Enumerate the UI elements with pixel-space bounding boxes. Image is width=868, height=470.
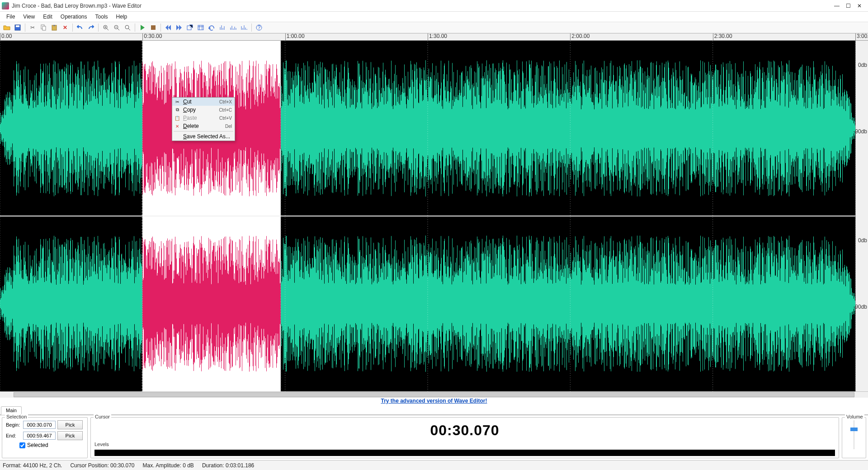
copy-icon[interactable]	[38, 23, 48, 33]
menu-view[interactable]: View	[19, 13, 38, 21]
zoom-in-icon[interactable]	[101, 23, 111, 33]
menu-operations[interactable]: Operations	[57, 13, 91, 21]
levels-label: Levels	[94, 442, 835, 447]
delete-icon[interactable]: ✕	[60, 23, 70, 33]
panel-tabs: Main	[0, 406, 868, 415]
status-maxamp: Max. Amplitude: 0 dB	[142, 462, 193, 469]
close-button[interactable]: ✕	[857, 3, 862, 9]
waveform-area[interactable]: ✂ Cut Ctrl+X ⧉ Copy Ctrl+C 📋 Paste Ctrl+…	[0, 41, 868, 391]
window-title: Jim Croce - Bad, Bad Leroy Brown.mp3 - W…	[12, 3, 834, 9]
cursor-group: Cursor 00:30.070 Levels	[90, 417, 839, 458]
context-menu: ✂ Cut Ctrl+X ⧉ Copy Ctrl+C 📋 Paste Ctrl+…	[172, 97, 235, 141]
play-icon[interactable]	[137, 23, 147, 33]
toolbar: ✂ ✕ ?	[0, 22, 868, 33]
selection-legend: Selection	[5, 414, 28, 419]
paste-small-icon: 📋	[174, 116, 180, 121]
promo-bar: Try the advanced version of Wave Editor!	[0, 398, 868, 406]
paste-icon[interactable]	[49, 23, 59, 33]
end-input[interactable]	[23, 432, 56, 440]
menu-edit[interactable]: Edit	[39, 13, 56, 21]
undo-icon[interactable]	[75, 23, 85, 33]
zoom-out-icon[interactable]	[112, 23, 122, 33]
bars-b-icon[interactable]	[239, 23, 249, 33]
external-icon[interactable]	[185, 23, 195, 33]
begin-label: Begin:	[6, 422, 21, 428]
time-ruler[interactable]: 0.000:30.001:00.001:30.002:00.002:30.003…	[0, 33, 868, 41]
begin-pick-button[interactable]: Pick	[57, 420, 83, 429]
status-format: Format: 44100 Hz, 2 Ch.	[3, 462, 62, 469]
svg-rect-1	[16, 25, 19, 27]
svg-point-8	[125, 25, 129, 29]
normalize-icon[interactable]	[217, 23, 227, 33]
maximize-button[interactable]: ☐	[846, 3, 851, 9]
end-pick-button[interactable]: Pick	[57, 431, 83, 440]
levels-meter	[94, 450, 835, 456]
redo-icon[interactable]	[86, 23, 96, 33]
context-cut[interactable]: ✂ Cut Ctrl+X	[172, 98, 235, 106]
bars-a-icon[interactable]	[228, 23, 238, 33]
svg-rect-5	[53, 25, 55, 26]
fast-forward-icon[interactable]	[174, 23, 184, 33]
context-copy[interactable]: ⧉ Copy Ctrl+C	[172, 106, 235, 114]
statusbar: Format: 44100 Hz, 2 Ch. Cursor Position:…	[0, 460, 868, 470]
bottom-panel: Selection Begin: Pick End: Pick Selected…	[0, 415, 868, 460]
waveform-canvas[interactable]	[0, 41, 855, 391]
status-duration: Duration: 0:03:01.186	[202, 462, 254, 469]
menu-help[interactable]: Help	[113, 13, 131, 21]
selection-group: Selection Begin: Pick End: Pick Selected	[2, 417, 88, 458]
db-scale: 0db-90db0db-90db	[855, 41, 868, 391]
begin-input[interactable]	[23, 421, 56, 429]
minimize-button[interactable]: —	[834, 3, 840, 9]
rewind-icon[interactable]	[163, 23, 173, 33]
selected-label: Selected	[27, 442, 48, 448]
cursor-legend: Cursor	[94, 414, 111, 419]
selected-checkbox[interactable]	[19, 442, 25, 448]
context-save-selected[interactable]: Save Selected As...	[172, 132, 235, 141]
ctx-cut-short: Ctrl+X	[219, 99, 232, 104]
titlebar: Jim Croce - Bad, Bad Leroy Brown.mp3 - W…	[0, 0, 868, 12]
app-icon	[2, 2, 9, 9]
zoom-view-icon[interactable]	[196, 23, 206, 33]
cursor-time: 00:30.070	[94, 420, 835, 439]
scissors-icon: ✂	[174, 99, 180, 104]
volume-legend: Volume	[845, 414, 864, 419]
svg-rect-3	[42, 26, 46, 30]
svg-rect-11	[198, 25, 203, 30]
zoom-fit-icon[interactable]	[123, 23, 132, 33]
end-label: End:	[6, 433, 21, 438]
undo-arc-icon[interactable]	[207, 23, 217, 33]
stop-icon[interactable]	[148, 23, 158, 33]
menubar: File View Edit Operations Tools Help	[0, 12, 868, 22]
open-icon[interactable]	[2, 23, 12, 33]
help-icon[interactable]: ?	[254, 23, 264, 33]
menu-file[interactable]: File	[3, 13, 19, 21]
cut-icon[interactable]: ✂	[28, 23, 38, 33]
svg-rect-9	[151, 25, 156, 30]
save-icon[interactable]	[13, 23, 23, 33]
context-delete[interactable]: ✕ Delete Del	[172, 122, 235, 130]
svg-rect-10	[187, 26, 191, 30]
svg-text:?: ?	[258, 24, 261, 31]
horizontal-scrollbar[interactable]	[0, 391, 868, 398]
promo-link[interactable]: Try the advanced version of Wave Editor!	[381, 398, 487, 404]
status-cursorpos: Cursor Position: 00:30.070	[70, 462, 134, 469]
context-paste: 📋 Paste Ctrl+V	[172, 114, 235, 122]
menu-tools[interactable]: Tools	[92, 13, 112, 21]
delete-small-icon: ✕	[174, 124, 180, 129]
volume-slider[interactable]	[849, 420, 859, 449]
ctx-cut-label: ut	[187, 99, 192, 105]
copy-small-icon: ⧉	[174, 107, 180, 113]
volume-group: Volume	[842, 417, 866, 458]
